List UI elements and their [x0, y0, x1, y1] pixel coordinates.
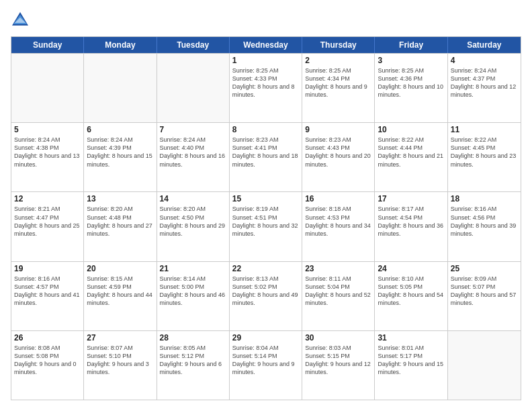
day-info: Sunrise: 8:11 AM Sunset: 5:04 PM Dayligh…	[305, 275, 371, 308]
header-day-friday: Friday	[375, 37, 447, 53]
day-info: Sunrise: 8:07 AM Sunset: 5:10 PM Dayligh…	[87, 344, 153, 377]
day-cell-30: 30Sunrise: 8:03 AM Sunset: 5:15 PM Dayli…	[302, 331, 375, 400]
day-cell-20: 20Sunrise: 8:15 AM Sunset: 4:59 PM Dayli…	[84, 262, 157, 330]
day-cell-16: 16Sunrise: 8:18 AM Sunset: 4:53 PM Dayli…	[302, 192, 375, 261]
empty-cell	[448, 331, 521, 400]
header-day-wednesday: Wednesday	[230, 37, 302, 53]
day-cell-26: 26Sunrise: 8:08 AM Sunset: 5:08 PM Dayli…	[11, 331, 84, 400]
day-info: Sunrise: 8:20 AM Sunset: 4:50 PM Dayligh…	[160, 205, 226, 238]
day-cell-19: 19Sunrise: 8:16 AM Sunset: 4:57 PM Dayli…	[11, 262, 84, 330]
day-number: 10	[378, 125, 444, 134]
day-cell-12: 12Sunrise: 8:21 AM Sunset: 4:47 PM Dayli…	[11, 192, 84, 261]
day-number: 30	[305, 333, 371, 342]
day-number: 1	[232, 56, 299, 65]
day-number: 6	[87, 125, 153, 134]
day-info: Sunrise: 8:09 AM Sunset: 5:07 PM Dayligh…	[451, 275, 518, 308]
empty-cell	[157, 54, 230, 122]
header-day-thursday: Thursday	[302, 37, 375, 53]
day-number: 8	[232, 125, 299, 134]
day-number: 17	[378, 194, 444, 203]
day-cell-10: 10Sunrise: 8:22 AM Sunset: 4:44 PM Dayli…	[375, 123, 447, 191]
day-info: Sunrise: 8:24 AM Sunset: 4:39 PM Dayligh…	[87, 136, 153, 169]
day-cell-29: 29Sunrise: 8:04 AM Sunset: 5:14 PM Dayli…	[230, 331, 302, 400]
day-info: Sunrise: 8:25 AM Sunset: 4:33 PM Dayligh…	[232, 66, 299, 99]
day-info: Sunrise: 8:21 AM Sunset: 4:47 PM Dayligh…	[14, 205, 81, 238]
day-number: 13	[87, 194, 153, 203]
day-cell-27: 27Sunrise: 8:07 AM Sunset: 5:10 PM Dayli…	[84, 331, 157, 400]
day-info: Sunrise: 8:10 AM Sunset: 5:05 PM Dayligh…	[378, 275, 444, 308]
header-day-saturday: Saturday	[448, 37, 521, 53]
day-info: Sunrise: 8:23 AM Sunset: 4:43 PM Dayligh…	[305, 136, 371, 169]
day-number: 27	[87, 333, 153, 342]
day-info: Sunrise: 8:23 AM Sunset: 4:41 PM Dayligh…	[232, 136, 299, 169]
day-cell-21: 21Sunrise: 8:14 AM Sunset: 5:00 PM Dayli…	[157, 262, 230, 330]
day-info: Sunrise: 8:24 AM Sunset: 4:37 PM Dayligh…	[451, 66, 518, 99]
week-row-2: 5Sunrise: 8:24 AM Sunset: 4:38 PM Daylig…	[11, 122, 521, 191]
day-number: 26	[14, 333, 81, 342]
calendar: SundayMondayTuesdayWednesdayThursdayFrid…	[11, 36, 521, 400]
day-number: 4	[451, 56, 518, 65]
day-cell-28: 28Sunrise: 8:05 AM Sunset: 5:12 PM Dayli…	[157, 331, 230, 400]
header-day-sunday: Sunday	[11, 37, 84, 53]
day-number: 19	[14, 264, 81, 273]
day-info: Sunrise: 8:22 AM Sunset: 4:44 PM Dayligh…	[378, 136, 444, 169]
day-info: Sunrise: 8:03 AM Sunset: 5:15 PM Dayligh…	[305, 344, 371, 377]
day-cell-5: 5Sunrise: 8:24 AM Sunset: 4:38 PM Daylig…	[11, 123, 84, 191]
day-cell-4: 4Sunrise: 8:24 AM Sunset: 4:37 PM Daylig…	[448, 54, 521, 122]
header-day-tuesday: Tuesday	[157, 37, 230, 53]
day-info: Sunrise: 8:13 AM Sunset: 5:02 PM Dayligh…	[232, 275, 299, 308]
day-number: 3	[378, 56, 444, 65]
day-info: Sunrise: 8:18 AM Sunset: 4:53 PM Dayligh…	[305, 205, 371, 238]
header	[11, 11, 521, 30]
day-info: Sunrise: 8:16 AM Sunset: 4:57 PM Dayligh…	[14, 275, 81, 308]
day-info: Sunrise: 8:25 AM Sunset: 4:34 PM Dayligh…	[305, 66, 371, 99]
day-number: 28	[160, 333, 226, 342]
day-number: 5	[14, 125, 81, 134]
day-info: Sunrise: 8:24 AM Sunset: 4:40 PM Dayligh…	[160, 136, 226, 169]
day-number: 14	[160, 194, 226, 203]
day-cell-1: 1Sunrise: 8:25 AM Sunset: 4:33 PM Daylig…	[230, 54, 302, 122]
logo	[11, 11, 32, 30]
day-number: 24	[378, 264, 444, 273]
day-cell-13: 13Sunrise: 8:20 AM Sunset: 4:48 PM Dayli…	[84, 192, 157, 261]
empty-cell	[11, 54, 84, 122]
day-info: Sunrise: 8:14 AM Sunset: 5:00 PM Dayligh…	[160, 275, 226, 308]
day-cell-25: 25Sunrise: 8:09 AM Sunset: 5:07 PM Dayli…	[448, 262, 521, 330]
day-info: Sunrise: 8:25 AM Sunset: 4:36 PM Dayligh…	[378, 66, 444, 99]
day-info: Sunrise: 8:22 AM Sunset: 4:45 PM Dayligh…	[451, 136, 518, 169]
calendar-header: SundayMondayTuesdayWednesdayThursdayFrid…	[11, 37, 521, 53]
day-info: Sunrise: 8:17 AM Sunset: 4:54 PM Dayligh…	[378, 205, 444, 238]
week-row-5: 26Sunrise: 8:08 AM Sunset: 5:08 PM Dayli…	[11, 330, 521, 400]
day-number: 15	[232, 194, 299, 203]
logo-icon	[11, 11, 30, 30]
day-cell-22: 22Sunrise: 8:13 AM Sunset: 5:02 PM Dayli…	[230, 262, 302, 330]
day-info: Sunrise: 8:08 AM Sunset: 5:08 PM Dayligh…	[14, 344, 81, 377]
day-number: 12	[14, 194, 81, 203]
day-cell-14: 14Sunrise: 8:20 AM Sunset: 4:50 PM Dayli…	[157, 192, 230, 261]
day-cell-11: 11Sunrise: 8:22 AM Sunset: 4:45 PM Dayli…	[448, 123, 521, 191]
day-info: Sunrise: 8:04 AM Sunset: 5:14 PM Dayligh…	[232, 344, 299, 377]
empty-cell	[84, 54, 157, 122]
header-day-monday: Monday	[84, 37, 157, 53]
day-info: Sunrise: 8:01 AM Sunset: 5:17 PM Dayligh…	[378, 344, 444, 377]
day-cell-3: 3Sunrise: 8:25 AM Sunset: 4:36 PM Daylig…	[375, 54, 447, 122]
day-number: 22	[232, 264, 299, 273]
day-cell-2: 2Sunrise: 8:25 AM Sunset: 4:34 PM Daylig…	[302, 54, 375, 122]
day-cell-17: 17Sunrise: 8:17 AM Sunset: 4:54 PM Dayli…	[375, 192, 447, 261]
day-cell-7: 7Sunrise: 8:24 AM Sunset: 4:40 PM Daylig…	[157, 123, 230, 191]
day-info: Sunrise: 8:05 AM Sunset: 5:12 PM Dayligh…	[160, 344, 226, 377]
week-row-3: 12Sunrise: 8:21 AM Sunset: 4:47 PM Dayli…	[11, 191, 521, 261]
day-number: 7	[160, 125, 226, 134]
calendar-body: 1Sunrise: 8:25 AM Sunset: 4:33 PM Daylig…	[11, 53, 521, 400]
day-number: 21	[160, 264, 226, 273]
day-info: Sunrise: 8:15 AM Sunset: 4:59 PM Dayligh…	[87, 275, 153, 308]
day-cell-24: 24Sunrise: 8:10 AM Sunset: 5:05 PM Dayli…	[375, 262, 447, 330]
day-cell-18: 18Sunrise: 8:16 AM Sunset: 4:56 PM Dayli…	[448, 192, 521, 261]
day-number: 29	[232, 333, 299, 342]
day-cell-9: 9Sunrise: 8:23 AM Sunset: 4:43 PM Daylig…	[302, 123, 375, 191]
day-cell-6: 6Sunrise: 8:24 AM Sunset: 4:39 PM Daylig…	[84, 123, 157, 191]
day-cell-15: 15Sunrise: 8:19 AM Sunset: 4:51 PM Dayli…	[230, 192, 302, 261]
day-cell-8: 8Sunrise: 8:23 AM Sunset: 4:41 PM Daylig…	[230, 123, 302, 191]
day-number: 9	[305, 125, 371, 134]
day-number: 18	[451, 194, 518, 203]
